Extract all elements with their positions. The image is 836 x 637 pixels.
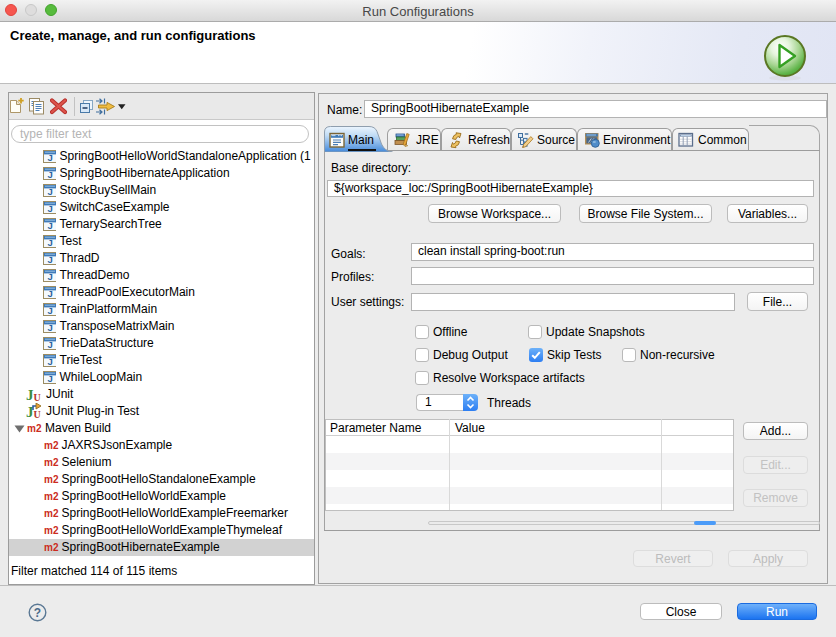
svg-text:?: ? xyxy=(34,606,41,620)
